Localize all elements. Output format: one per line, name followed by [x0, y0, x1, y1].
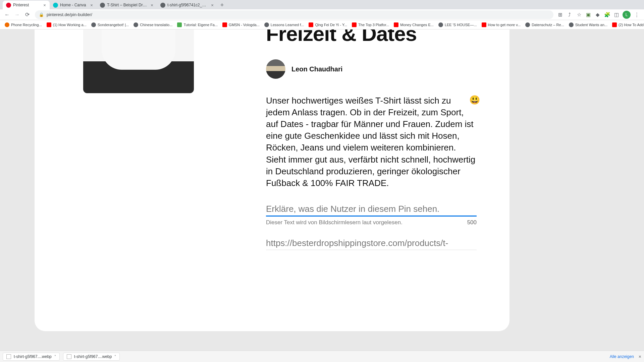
- chevron-up-icon[interactable]: ˄: [54, 355, 56, 358]
- youtube-favicon: [612, 22, 617, 27]
- close-icon[interactable]: ×: [150, 3, 154, 7]
- youtube-favicon: [309, 22, 313, 27]
- tshirt-graphic: [102, 29, 175, 70]
- bookmark-item[interactable]: Qing Fei De Yi - Y...: [307, 21, 349, 28]
- file-icon: [67, 354, 71, 359]
- bookmark-item[interactable]: Sonderangebot! |...: [89, 21, 131, 28]
- bookmark-label: Qing Fei De Yi - Y...: [315, 23, 347, 27]
- browser-tab[interactable]: T-Shirt – Beispiel Dropshippin ×: [97, 1, 157, 9]
- bookmark-label: GMSN - Vologda...: [229, 23, 260, 27]
- bookmark-item[interactable]: Phone Recycling...: [3, 21, 44, 28]
- toolbar-right: ⊞ ⤴ ☆ ▣ ◆ 🧩 ◫ L ⋮: [557, 11, 641, 19]
- bookmarks-bar: Phone Recycling... (1) How Working a... …: [0, 20, 644, 29]
- share-icon[interactable]: ⤴: [566, 11, 573, 18]
- emoji-picker-button[interactable]: 😃: [469, 95, 479, 105]
- pin-form-panel: Freizeit & Dates Leon Chaudhari Unser ho…: [243, 29, 509, 331]
- close-icon[interactable]: ×: [89, 3, 94, 7]
- youtube-favicon: [394, 22, 398, 27]
- bookmark-favicon: [438, 22, 443, 27]
- description-wrap: Unser hochwertiges weißes T-Shirt lässt …: [266, 95, 477, 189]
- install-icon[interactable]: ⊞: [557, 11, 564, 18]
- bookmark-label: (1) How Working a...: [53, 23, 87, 27]
- youtube-favicon: [352, 22, 357, 27]
- profile-avatar[interactable]: L: [623, 11, 631, 19]
- alt-text-input[interactable]: [266, 204, 477, 214]
- bookmark-item[interactable]: GMSN - Vologda...: [220, 21, 262, 28]
- tab-title: T-Shirt – Beispiel Dropshippin: [107, 3, 148, 7]
- url-text: pinterest.de/pin-builder/: [47, 12, 92, 17]
- browser-address-bar: ← → ⟳ 🔒 pinterest.de/pin-builder/ ⊞ ⤴ ☆ …: [0, 9, 644, 20]
- alt-char-count: 500: [467, 219, 477, 226]
- bookmark-item[interactable]: Lessons Learned f...: [262, 21, 306, 28]
- page-viewport: Freizeit & Dates Leon Chaudhari Unser ho…: [0, 29, 644, 351]
- show-all-downloads[interactable]: Alle anzeigen: [610, 354, 634, 359]
- extension-icon[interactable]: ◆: [594, 11, 601, 18]
- bookmark-favicon: [5, 22, 9, 27]
- bookmark-label: Chinese translatio...: [140, 23, 172, 27]
- bookmark-item[interactable]: Money Changes E...: [392, 21, 436, 28]
- browser-tab[interactable]: t-shirt-g5f96741c2_1280.jpg ×: [157, 1, 217, 9]
- menu-icon[interactable]: ⋮: [633, 11, 640, 18]
- canva-favicon: [53, 3, 58, 8]
- globe-favicon: [160, 3, 165, 8]
- author-name: Leon Chaudhari: [291, 65, 342, 73]
- forward-button[interactable]: →: [13, 10, 21, 19]
- avatar-image: [266, 59, 285, 79]
- url-input[interactable]: 🔒 pinterest.de/pin-builder/: [35, 10, 553, 19]
- bookmark-favicon: [133, 22, 138, 27]
- author-avatar[interactable]: [266, 59, 285, 79]
- downloads-bar: t-shirt-g5f967....webp ˄ t-shirt-g5f967.…: [0, 351, 644, 362]
- browser-tab[interactable]: Home - Canva ×: [50, 1, 97, 9]
- bookmark-label: The Top 3 Platfor...: [358, 23, 389, 27]
- alt-help-row: Dieser Text wird von Bildschirmlesern la…: [266, 219, 477, 226]
- bookmark-item[interactable]: Datenschutz – Re...: [523, 21, 566, 28]
- bookmark-favicon: [264, 22, 269, 27]
- star-icon[interactable]: ☆: [576, 11, 582, 18]
- author-row: Leon Chaudhari: [266, 59, 477, 79]
- reload-button[interactable]: ⟳: [23, 10, 32, 19]
- bookmark-label: Money Changes E...: [400, 23, 434, 27]
- bookmark-label: Datenschutz – Re...: [532, 23, 564, 27]
- download-filename: t-shirt-g5f967....webp: [74, 354, 112, 359]
- bookmark-item[interactable]: How to get more v...: [480, 21, 523, 28]
- bookmark-item[interactable]: (2) How To Add A...: [610, 21, 644, 28]
- close-icon[interactable]: ×: [42, 3, 47, 7]
- bookmark-item[interactable]: Tutorial: Eigene Fa...: [175, 21, 220, 28]
- tab-title: Home - Canva: [60, 3, 87, 7]
- puzzle-icon[interactable]: 🧩: [604, 11, 610, 18]
- tab-title: t-shirt-g5f96741c2_1280.jpg: [167, 3, 208, 7]
- bookmark-favicon: [569, 22, 574, 27]
- download-item[interactable]: t-shirt-g5f967....webp ˄: [63, 353, 120, 361]
- bookmark-item[interactable]: LEE 'S HOUSE—...: [436, 21, 479, 28]
- bookmark-item[interactable]: The Top 3 Platfor...: [350, 21, 391, 28]
- bookmark-item[interactable]: Student Wants an...: [567, 21, 609, 28]
- bookmark-label: Lessons Learned f...: [271, 23, 304, 27]
- close-icon[interactable]: ×: [210, 3, 215, 7]
- destination-url-input[interactable]: [266, 238, 477, 250]
- pin-title[interactable]: Freizeit & Dates: [266, 29, 477, 45]
- browser-tab[interactable]: Pinterest ×: [3, 1, 50, 9]
- pin-builder-card: Freizeit & Dates Leon Chaudhari Unser ho…: [35, 29, 509, 331]
- pin-description[interactable]: Unser hochwertiges weißes T-Shirt lässt …: [266, 95, 477, 189]
- youtube-favicon: [482, 22, 486, 27]
- bookmark-label: Phone Recycling...: [11, 23, 42, 27]
- new-tab-button[interactable]: +: [217, 1, 227, 9]
- pinterest-favicon: [6, 3, 11, 8]
- lock-icon: 🔒: [39, 12, 44, 17]
- chevron-up-icon[interactable]: ˄: [114, 355, 116, 358]
- back-button[interactable]: ←: [3, 10, 11, 19]
- bookmark-item[interactable]: Chinese translatio...: [131, 21, 174, 28]
- bookmark-item[interactable]: (1) How Working a...: [45, 21, 89, 28]
- panel-icon[interactable]: ◫: [613, 11, 620, 18]
- bookmark-label: Tutorial: Eigene Fa...: [183, 23, 218, 27]
- youtube-favicon: [47, 22, 51, 27]
- youtube-favicon: [222, 22, 227, 27]
- bookmark-label: Student Wants an...: [575, 23, 607, 27]
- extension-icon[interactable]: ▣: [585, 11, 592, 18]
- bookmark-favicon: [91, 22, 96, 27]
- download-item[interactable]: t-shirt-g5f967....webp ˄: [3, 353, 60, 361]
- close-icon[interactable]: ×: [639, 354, 641, 359]
- pin-image-panel: [35, 29, 243, 331]
- bookmark-label: LEE 'S HOUSE—...: [445, 23, 477, 27]
- pin-image-preview[interactable]: [83, 29, 194, 93]
